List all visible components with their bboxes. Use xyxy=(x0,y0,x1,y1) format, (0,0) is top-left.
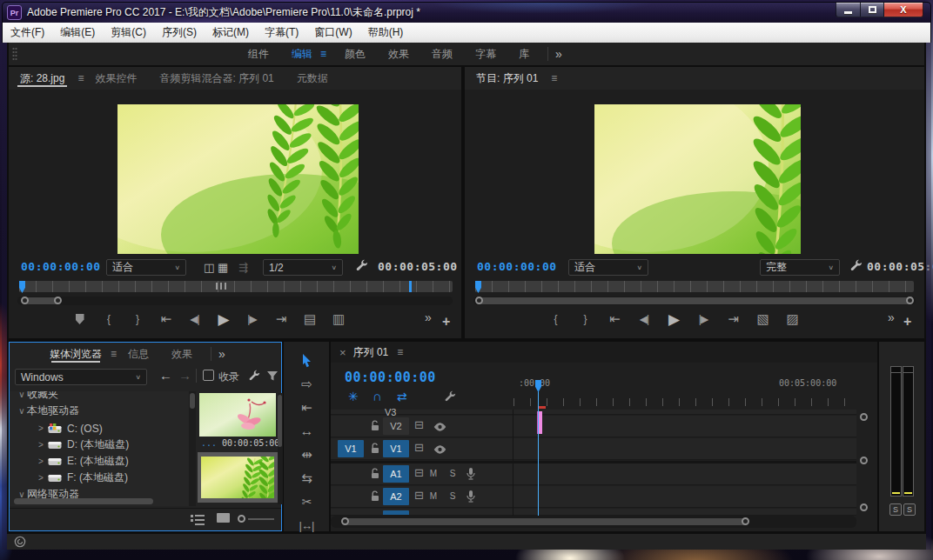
rate-stretch-tool[interactable]: ⇹ xyxy=(292,444,321,465)
timeline-ruler[interactable]: :00:00 00:05:00:00 xyxy=(513,366,858,410)
panel-menu-icon[interactable]: ≡ xyxy=(551,72,557,84)
menu-edit[interactable]: 编辑(E) xyxy=(52,23,103,43)
source-zoom-select[interactable]: 适合∨ xyxy=(106,259,186,276)
mark-in-button[interactable]: { xyxy=(547,309,564,330)
lock-icon[interactable] xyxy=(371,468,379,482)
playhead-line[interactable] xyxy=(538,390,539,516)
tree-item-drive-f[interactable]: > F: (本地磁盘) xyxy=(10,470,187,486)
eye-icon[interactable] xyxy=(433,444,446,457)
tree-item-local-drives[interactable]: ∨ 本地驱动器 xyxy=(10,403,187,419)
track-badge-a1[interactable]: A1 xyxy=(383,465,409,483)
panel-grip[interactable] xyxy=(12,47,17,61)
step-forward-button[interactable]: |▶ xyxy=(695,309,712,330)
tree-hscrollbar[interactable] xyxy=(14,498,153,504)
workspace-tab-assembly[interactable]: 组件 xyxy=(237,43,280,65)
step-back-button[interactable]: ◀| xyxy=(635,309,653,330)
back-button[interactable]: ← xyxy=(159,368,172,383)
program-scroll-handle-left[interactable] xyxy=(475,297,483,304)
source-resolution-select[interactable]: 1/2∨ xyxy=(263,259,343,276)
tab-info[interactable]: 信息 xyxy=(117,343,160,365)
minimize-button[interactable] xyxy=(836,3,861,17)
panel-overflow-button[interactable]: » xyxy=(218,347,225,361)
tree-item-drive-e[interactable]: > E: (本地磁盘) xyxy=(10,453,187,470)
source-out-point[interactable] xyxy=(409,281,412,292)
chevron-down-icon[interactable]: ∨ xyxy=(17,391,27,399)
hscroll-handle-left[interactable] xyxy=(341,517,349,525)
workspace-menu-icon[interactable]: ≡ xyxy=(320,48,326,60)
lock-icon[interactable] xyxy=(371,420,379,434)
program-resolution-select[interactable]: 完整∨ xyxy=(760,259,840,276)
chevron-right-icon[interactable]: > xyxy=(36,440,46,450)
transport-overflow-button[interactable]: » xyxy=(425,310,432,324)
go-to-in-button[interactable]: ⇤ xyxy=(606,309,623,330)
tab-effect-controls[interactable]: 效果控件 xyxy=(84,67,148,90)
mark-in-button[interactable]: { xyxy=(100,309,117,330)
thumbnail-zoom-slider-track[interactable] xyxy=(248,518,274,520)
selection-tool[interactable] xyxy=(292,350,321,371)
program-settings-wrench-icon[interactable] xyxy=(849,259,863,272)
linked-selection-toggle-icon[interactable]: ⇄ xyxy=(397,390,407,403)
app-icon[interactable]: Pr xyxy=(7,5,22,20)
filter-icon[interactable] xyxy=(267,370,279,382)
creative-cloud-icon[interactable] xyxy=(14,536,26,550)
nest-insert-toggle-icon[interactable]: ✳ xyxy=(348,390,359,403)
add-marker-button[interactable] xyxy=(71,309,89,330)
list-view-button[interactable] xyxy=(191,514,205,525)
tree-vscrollbar[interactable] xyxy=(189,391,196,506)
timeline-settings-wrench-icon[interactable] xyxy=(444,390,456,403)
go-to-out-button[interactable]: ⇥ xyxy=(272,309,290,330)
razor-tool[interactable]: ✂ xyxy=(292,491,321,512)
tree-item-drive-d[interactable]: > D: (本地磁盘) xyxy=(10,437,187,453)
mute-button[interactable]: M xyxy=(426,467,440,481)
sync-lock-icon[interactable]: ⊟ xyxy=(414,441,424,454)
drag-audio-icon[interactable]: ▦ xyxy=(218,261,228,274)
tab-source[interactable]: 源: 28.jpg xyxy=(9,67,76,90)
solo-right-button[interactable]: S xyxy=(903,503,916,516)
hscroll-handle-right[interactable] xyxy=(742,517,749,525)
tab-media-browser[interactable]: 媒体浏览器 xyxy=(43,343,109,365)
media-thumbnail-flower[interactable] xyxy=(199,393,276,437)
solo-left-button[interactable]: S xyxy=(889,503,902,516)
thumbnail-view-button[interactable] xyxy=(217,513,230,523)
close-button[interactable]: X xyxy=(884,3,923,17)
menu-sequence[interactable]: 序列(S) xyxy=(154,23,205,43)
sync-lock-icon[interactable]: ⊟ xyxy=(414,418,424,431)
solo-button[interactable]: S xyxy=(446,490,460,503)
thumbnail-zoom-slider-handle[interactable] xyxy=(238,515,245,523)
mark-out-button[interactable]: } xyxy=(576,309,594,330)
track-badge-a2[interactable]: A2 xyxy=(383,488,409,505)
sync-lock-icon[interactable]: ⊟ xyxy=(414,489,424,502)
lock-icon[interactable] xyxy=(371,443,379,457)
chevron-right-icon[interactable]: > xyxy=(36,473,46,483)
ingest-checkbox[interactable] xyxy=(203,370,214,381)
button-editor-add[interactable]: + xyxy=(442,314,450,330)
track-badge-v2[interactable]: V2 xyxy=(383,417,409,435)
thumbs-vscrollbar[interactable] xyxy=(278,393,283,504)
lift-button[interactable]: ▧ xyxy=(754,309,771,330)
track-badge-v1[interactable]: V1 xyxy=(383,440,409,457)
mute-button[interactable]: M xyxy=(426,490,440,503)
workspace-tab-effects[interactable]: 效果 xyxy=(377,43,420,65)
overwrite-button[interactable]: ▥ xyxy=(330,309,347,330)
ripple-edit-tool[interactable]: ⇤ xyxy=(292,397,321,418)
mark-out-button[interactable]: } xyxy=(129,309,146,330)
workspace-tab-audio[interactable]: 音频 xyxy=(420,43,464,65)
vscroll-handle-top[interactable] xyxy=(860,413,868,421)
panel-menu-icon[interactable]: ≡ xyxy=(111,348,117,360)
program-timecode[interactable]: 00:00:00:00 xyxy=(477,260,557,273)
program-scroll-handle-right[interactable] xyxy=(906,297,914,304)
extract-button[interactable]: ▨ xyxy=(783,309,801,330)
transport-overflow-button[interactable]: » xyxy=(888,310,895,324)
tree-item-favorites[interactable]: ∨ 收藏夹 xyxy=(10,391,187,403)
menu-titles[interactable]: 字幕(T) xyxy=(257,23,306,43)
restore-button[interactable] xyxy=(861,3,884,17)
eye-icon[interactable] xyxy=(433,422,446,434)
rolling-edit-tool[interactable]: ↔ xyxy=(292,421,321,442)
track-select-forward-tool[interactable]: ⇨ xyxy=(292,374,321,395)
workspace-tab-editing[interactable]: 编辑 xyxy=(280,43,324,65)
step-back-button[interactable]: ◀| xyxy=(186,309,204,330)
step-forward-button[interactable]: |▶ xyxy=(244,309,261,330)
source-patch-v1[interactable]: V1 xyxy=(338,440,364,457)
workspace-tab-titles[interactable]: 字幕 xyxy=(464,43,507,65)
menu-clip[interactable]: 剪辑(C) xyxy=(103,23,154,43)
